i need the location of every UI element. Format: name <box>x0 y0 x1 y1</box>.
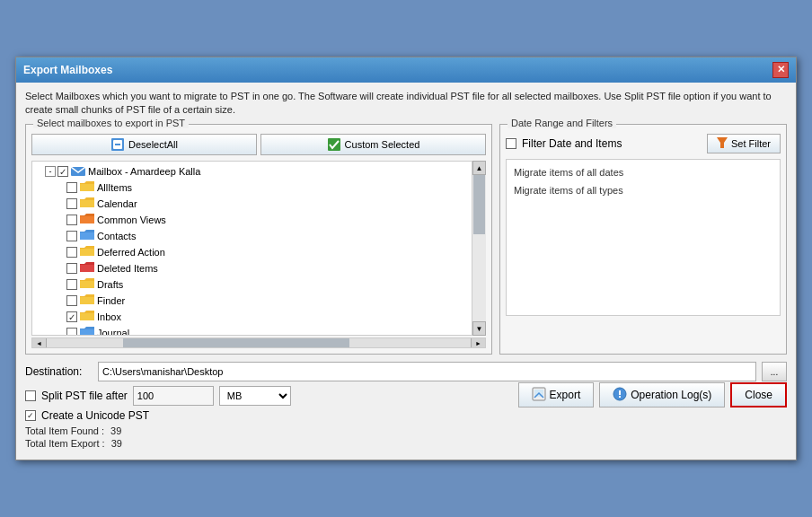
list-item[interactable]: Deleted Items <box>34 260 469 276</box>
destination-input[interactable] <box>98 362 756 381</box>
folder-icon-commonviews <box>80 213 94 227</box>
mailbox-tree[interactable]: - Mailbox - Amardeep Kalla <box>31 161 486 336</box>
total-found-row: Total Item Found : 39 <box>25 425 500 436</box>
deselect-all-label: DeselectAll <box>128 139 178 150</box>
scrollbar-thumb[interactable] <box>473 175 485 233</box>
tree-item-label-finder: Finder <box>97 295 125 306</box>
list-item[interactable]: Contacts <box>34 228 469 244</box>
right-panel: Date Range and Filters Filter Date and I… <box>499 124 787 355</box>
tree-item-label-drafts: Drafts <box>97 279 123 290</box>
tree-item-label-deferredaction: Deferred Action <box>97 247 165 258</box>
bottom-section: Destination: ... Split PST file after MB… <box>25 362 787 451</box>
panels-row: Select mailboxes to export in PST Desele… <box>25 124 787 355</box>
tree-root-item[interactable]: - Mailbox - Amardeep Kalla <box>34 163 469 180</box>
svg-rect-5 <box>80 184 94 191</box>
scrollbar-right-btn[interactable]: ► <box>471 338 485 347</box>
description-text: Select Mailboxes which you want to migra… <box>25 90 787 118</box>
list-item[interactable]: Finder <box>34 293 469 309</box>
tree-checkbox-deferredaction[interactable] <box>66 247 77 258</box>
list-item[interactable]: AllItems <box>34 180 469 196</box>
operation-log-label: Operation Log(s) <box>631 389 711 401</box>
tree-checkbox-allitems[interactable] <box>66 182 77 193</box>
custom-selected-button[interactable]: Custom Selected <box>260 134 486 155</box>
set-filter-label: Set Filter <box>731 138 771 149</box>
folder-icon-finder <box>80 294 94 308</box>
operation-log-button[interactable]: Operation Log(s) <box>599 382 725 407</box>
unicode-row: Create a Unicode PST <box>25 409 500 422</box>
tree-checkbox-drafts[interactable] <box>66 279 77 290</box>
custom-selected-label: Custom Selected <box>345 139 420 150</box>
list-item[interactable]: Journal <box>34 325 469 336</box>
filter-date-checkbox[interactable] <box>506 138 516 149</box>
folder-icon-contacts <box>80 229 94 243</box>
export-icon <box>532 387 546 404</box>
dialog-title: Export Mailboxes <box>23 64 112 76</box>
left-panel-toolbar: DeselectAll Custom Selected <box>31 134 486 155</box>
svg-rect-19 <box>619 390 621 395</box>
tree-item-label-inbox: Inbox <box>97 311 121 322</box>
browse-button[interactable]: ... <box>762 362 787 381</box>
split-pst-row: Split PST file after MB GB <box>25 386 500 406</box>
list-item[interactable]: Drafts <box>34 276 469 293</box>
split-pst-value-input[interactable] <box>133 386 214 406</box>
deselect-all-button[interactable]: DeselectAll <box>31 134 257 155</box>
scrollbar-left-btn[interactable]: ◄ <box>32 338 47 347</box>
export-button[interactable]: Export <box>518 382 595 407</box>
split-pst-checkbox[interactable] <box>25 390 36 401</box>
operation-log-icon <box>613 387 627 404</box>
tree-checkbox-contacts[interactable] <box>66 231 77 241</box>
tree-checkbox-journal[interactable] <box>66 328 77 336</box>
folder-icon-calendar <box>80 197 94 211</box>
unicode-pst-label: Create a Unicode PST <box>41 409 149 422</box>
export-mailboxes-dialog: Export Mailboxes ✕ Select Mailboxes whic… <box>15 57 797 461</box>
filter-icon <box>717 137 728 150</box>
scrollbar-h-thumb[interactable] <box>123 338 349 347</box>
list-item[interactable]: Common Views <box>34 212 469 228</box>
svg-rect-11 <box>80 281 94 288</box>
tree-checkbox-deleteditems[interactable] <box>66 263 77 274</box>
tree-checkbox-finder[interactable] <box>66 295 77 306</box>
list-item[interactable]: Deferred Action <box>34 244 469 260</box>
folder-icon-inbox <box>80 310 94 324</box>
split-pst-unit-select[interactable]: MB GB <box>219 386 291 406</box>
left-bottom: Split PST file after MB GB Create a Unic… <box>25 386 500 451</box>
split-pst-label: Split PST file after <box>41 390 128 402</box>
tree-checkbox-inbox[interactable] <box>66 311 77 322</box>
tree-scrollbar-v[interactable]: ▲ ▼ <box>472 161 486 336</box>
mailbox-tree-container: - Mailbox - Amardeep Kalla <box>31 161 486 336</box>
tree-checkbox-root[interactable] <box>57 166 68 177</box>
dialog-body: Select Mailboxes which you want to migra… <box>16 83 796 460</box>
date-range-box: Migrate items of all dates Migrate items… <box>506 159 781 316</box>
tree-item-label-calendar: Calendar <box>97 198 137 209</box>
export-label: Export <box>550 389 581 401</box>
scrollbar-down-btn[interactable]: ▼ <box>472 321 486 336</box>
tree-expander-root[interactable]: - <box>45 166 56 177</box>
close-title-bar-button[interactable]: ✕ <box>772 62 789 78</box>
filter-row: Filter Date and Items Set Filter <box>506 134 781 153</box>
tree-checkbox-commonviews[interactable] <box>66 215 77 225</box>
list-item[interactable]: Inbox <box>34 309 469 325</box>
svg-rect-10 <box>80 265 94 272</box>
found-value: 39 <box>110 425 121 436</box>
scrollbar-track <box>472 175 486 321</box>
close-label: Close <box>745 389 772 401</box>
svg-rect-7 <box>80 216 94 223</box>
set-filter-button[interactable]: Set Filter <box>707 134 781 153</box>
tree-checkbox-calendar[interactable] <box>66 198 77 209</box>
action-buttons-row: Export Operation Log(s) Close <box>518 382 787 407</box>
tree-scrollbar-h[interactable]: ◄ ► <box>31 337 486 348</box>
list-item[interactable]: Calendar <box>34 196 469 212</box>
folder-icon-journal <box>80 326 94 336</box>
tree-item-label-commonviews: Common Views <box>97 215 166 225</box>
item-types-text: Migrate items of all types <box>514 185 772 196</box>
svg-rect-6 <box>80 200 94 207</box>
unicode-pst-checkbox[interactable] <box>25 410 36 421</box>
tree-root-label: Mailbox - Amardeep Kalla <box>88 166 200 177</box>
custom-selected-icon <box>327 137 341 152</box>
close-button[interactable]: Close <box>730 382 787 407</box>
svg-rect-8 <box>80 232 94 240</box>
folder-icon-drafts <box>80 277 94 292</box>
svg-rect-14 <box>80 329 94 336</box>
left-panel-title: Select mailboxes to export in PST <box>33 118 189 128</box>
scrollbar-up-btn[interactable]: ▲ <box>472 161 486 175</box>
